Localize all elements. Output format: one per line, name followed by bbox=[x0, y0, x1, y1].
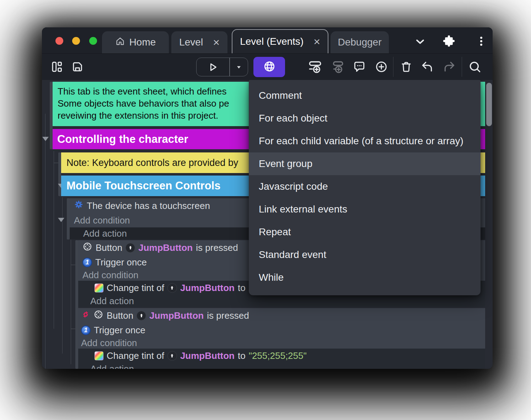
menu-item-link-external-events[interactable]: Link external events bbox=[249, 198, 481, 221]
object-icon bbox=[167, 351, 177, 361]
redo-icon[interactable] bbox=[442, 60, 456, 74]
globe-icon bbox=[263, 60, 276, 75]
object-icon bbox=[167, 283, 177, 293]
traffic-lights bbox=[55, 37, 104, 46]
condition-text: Trigger once bbox=[94, 325, 145, 336]
menu-item-javascript-code[interactable]: Javascript code bbox=[249, 175, 481, 198]
condition-text: Trigger once bbox=[95, 257, 147, 268]
close-tab-icon[interactable]: × bbox=[213, 37, 220, 48]
gamepad-button-icon bbox=[82, 242, 92, 254]
event-rail bbox=[50, 82, 53, 149]
object-name: JumpButton bbox=[149, 310, 204, 321]
save-icon[interactable] bbox=[71, 60, 84, 73]
add-subevent-icon[interactable] bbox=[330, 59, 345, 74]
menu-item-for-each-child-variable[interactable]: For each child variable (of a structure … bbox=[249, 130, 481, 152]
indent-guide bbox=[54, 151, 54, 329]
condition-text: The device has a touchscreen bbox=[87, 200, 210, 211]
add-event-icon[interactable] bbox=[308, 59, 323, 74]
play-options-dropdown[interactable] bbox=[230, 58, 248, 76]
collapse-event-icon[interactable] bbox=[58, 218, 64, 222]
tab-debugger[interactable]: Debugger bbox=[331, 31, 389, 53]
condition-row[interactable]: 1 Trigger once bbox=[78, 323, 485, 337]
screen: Home Level × Level (Events) × Debugger bbox=[0, 0, 531, 420]
group-title: Controlling the character bbox=[57, 133, 188, 146]
tint-icon bbox=[95, 351, 103, 360]
menu-item-comment[interactable]: Comment bbox=[249, 84, 481, 107]
home-icon bbox=[115, 36, 125, 49]
menu-item-standard-event[interactable]: Standard event bbox=[249, 243, 481, 266]
tab-label: Home bbox=[129, 37, 156, 48]
event-conditions[interactable]: Button JumpButton is pressed 1 Trigger o… bbox=[78, 308, 485, 349]
event-rail bbox=[75, 240, 78, 369]
inverted-condition-icon bbox=[81, 310, 90, 322]
indent-guide bbox=[45, 114, 45, 369]
add-condition-link[interactable]: Add condition bbox=[82, 270, 139, 281]
tab-label: Debugger bbox=[338, 37, 382, 48]
toolbar bbox=[42, 53, 493, 80]
add-circle-icon[interactable] bbox=[375, 60, 388, 74]
action-value: "255;255;255" bbox=[249, 350, 307, 361]
condition-suffix: is pressed bbox=[207, 310, 249, 321]
tab-home[interactable]: Home bbox=[102, 31, 169, 53]
add-condition-row[interactable]: Add condition bbox=[78, 337, 485, 349]
project-manager-icon[interactable] bbox=[50, 60, 63, 73]
vertical-scrollbar-thumb[interactable] bbox=[486, 83, 492, 126]
kebab-menu-icon[interactable] bbox=[475, 34, 488, 49]
add-comment-icon[interactable] bbox=[353, 60, 366, 74]
object-name: JumpButton bbox=[180, 282, 235, 294]
trigger-once-icon: 1 bbox=[82, 258, 92, 267]
menu-item-event-group[interactable]: Event group bbox=[249, 152, 481, 175]
action-row[interactable]: Change tint of JumpButton to "255;255;25… bbox=[78, 349, 485, 363]
add-condition-link[interactable]: Add condition bbox=[81, 338, 137, 349]
network-preview-button[interactable] bbox=[253, 57, 285, 77]
add-action-link[interactable]: Add action bbox=[90, 364, 134, 369]
action-text: Change tint of bbox=[107, 282, 164, 294]
add-action-row[interactable]: Add action bbox=[78, 363, 485, 369]
action-suffix: to bbox=[238, 282, 246, 294]
toolbar-divider bbox=[462, 57, 462, 77]
add-event-context-menu: Comment For each object For each child v… bbox=[249, 80, 481, 295]
add-action-link[interactable]: Add action bbox=[90, 296, 134, 307]
event-rail bbox=[58, 152, 61, 196]
indent-guide bbox=[71, 229, 71, 364]
trash-icon[interactable] bbox=[399, 60, 413, 74]
preview-split-button bbox=[196, 58, 248, 76]
collapse-group-icon[interactable] bbox=[42, 137, 49, 141]
app-window: Home Level × Level (Events) × Debugger bbox=[42, 27, 493, 369]
event-sheet: This tab is the event sheet, which defin… bbox=[42, 80, 493, 369]
extensions-puzzle-icon[interactable] bbox=[442, 34, 456, 49]
search-icon[interactable] bbox=[468, 60, 482, 74]
gamepad-button-icon bbox=[93, 309, 103, 322]
note-text: Note: Keyboard controls are provided by bbox=[66, 157, 238, 168]
add-condition-link[interactable]: Add condition bbox=[74, 215, 130, 226]
gear-icon bbox=[74, 200, 84, 212]
add-action-row[interactable]: Add action bbox=[78, 295, 485, 307]
close-window-button[interactable] bbox=[55, 37, 63, 45]
minimize-window-button[interactable] bbox=[72, 37, 80, 45]
object-icon bbox=[125, 243, 135, 253]
condition-suffix: is pressed bbox=[196, 242, 238, 253]
undo-icon[interactable] bbox=[420, 60, 434, 74]
action-suffix: to bbox=[238, 350, 246, 361]
toolbar-divider bbox=[393, 57, 393, 77]
zoom-window-button[interactable] bbox=[89, 37, 97, 45]
action-text: Change tint of bbox=[107, 350, 164, 361]
tab-level[interactable]: Level × bbox=[171, 31, 227, 53]
object-icon bbox=[136, 311, 146, 321]
subgroup-title: Mobile Touchscreen Controls bbox=[66, 179, 220, 192]
add-action-link[interactable]: Add action bbox=[83, 228, 127, 239]
tab-bar: Home Level × Level (Events) × Debugger bbox=[42, 27, 493, 53]
close-tab-icon[interactable]: × bbox=[313, 36, 320, 47]
tab-label: Level bbox=[179, 37, 203, 48]
menu-item-repeat[interactable]: Repeat bbox=[249, 221, 481, 243]
event-actions[interactable]: Change tint of JumpButton to "255;255;25… bbox=[78, 349, 485, 369]
tabs-overflow-chevron-icon[interactable] bbox=[414, 35, 427, 49]
tab-label: Level (Events) bbox=[240, 36, 304, 47]
play-button[interactable] bbox=[197, 58, 229, 76]
condition-row[interactable]: Button JumpButton is pressed bbox=[78, 308, 485, 323]
menu-item-for-each-object[interactable]: For each object bbox=[249, 107, 481, 130]
menu-item-while[interactable]: While bbox=[249, 266, 481, 289]
condition-text: Button bbox=[96, 242, 122, 253]
tab-level-events[interactable]: Level (Events) × bbox=[232, 29, 328, 53]
trigger-once-icon: 1 bbox=[81, 325, 91, 335]
